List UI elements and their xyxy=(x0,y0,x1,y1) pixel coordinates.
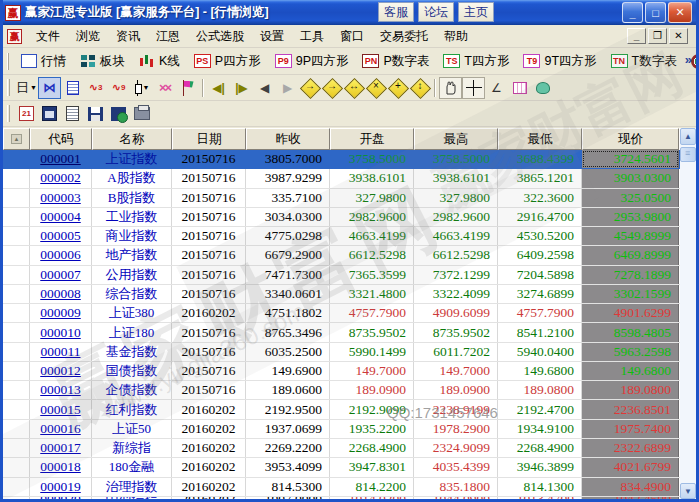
menu-item[interactable]: 公式选股 xyxy=(188,26,252,47)
cell-code[interactable]: 000006 xyxy=(30,246,92,264)
table-row[interactable]: 000013企债指数20150716189.0600189.0900189.09… xyxy=(3,381,680,400)
menu-item[interactable]: 资讯 xyxy=(108,26,148,47)
header-date[interactable]: 日期 xyxy=(172,128,246,150)
cell-name[interactable]: 企债指数 xyxy=(92,381,172,399)
cell-code[interactable]: 000002 xyxy=(30,169,92,187)
menu-item[interactable]: 江恩 xyxy=(148,26,188,47)
view-toolbar-item[interactable]: T99T四方形 xyxy=(516,51,603,72)
table-row[interactable]: 000003B股指数20150716335.7100327.9800327.98… xyxy=(3,189,680,208)
table-row[interactable]: 000016上证50201602021937.06991935.22001978… xyxy=(3,420,680,439)
table-row[interactable]: 000004工业指数201507163034.03002982.96002982… xyxy=(3,208,680,227)
export-button[interactable] xyxy=(107,103,130,125)
header-name[interactable]: 名称 xyxy=(92,128,172,150)
table-row[interactable]: 000017新综指201602022269.22002268.49002324.… xyxy=(3,439,680,458)
table-row[interactable]: 000012国债指数20150716149.6900149.7000149.70… xyxy=(3,362,680,381)
cell-name[interactable]: 商业指数 xyxy=(92,227,172,245)
cell-code[interactable]: 000001 xyxy=(30,150,92,168)
table-row[interactable]: 000005商业指数201507164775.02984663.41994663… xyxy=(3,227,680,246)
candle-style-button[interactable]: ▼ xyxy=(130,77,153,99)
close-button[interactable]: ✕ xyxy=(668,2,692,23)
table-row[interactable]: 000001上证指数201507163805.70003758.50003758… xyxy=(3,150,680,169)
scroll-up-button[interactable]: ▲ xyxy=(680,128,696,145)
table-row[interactable]: 000002A股指数201507163987.92993938.61013938… xyxy=(3,169,680,188)
cell-code[interactable]: 000016 xyxy=(30,420,92,438)
go-first-button[interactable]: ◀| xyxy=(207,77,230,99)
info-document-button[interactable] xyxy=(61,77,84,99)
cell-name[interactable]: 工业指数 xyxy=(92,208,172,226)
cell-name[interactable]: 基金指数 xyxy=(92,343,172,361)
period-day-button[interactable]: 日 ▼ xyxy=(15,77,38,99)
cell-name[interactable]: A股指数 xyxy=(92,169,172,187)
go-prev-button[interactable]: ◀ xyxy=(253,77,276,99)
view-toolbar-item[interactable]: P99P四方形 xyxy=(268,51,356,72)
go-next-button[interactable]: ▶ xyxy=(276,77,299,99)
cell-name[interactable]: 新综指 xyxy=(92,439,172,457)
cell-code[interactable]: 000011 xyxy=(30,343,92,361)
cell-code[interactable]: 000013 xyxy=(30,381,92,399)
header-high[interactable]: 最高 xyxy=(414,128,498,150)
wave-9-button[interactable]: ∿ 9 xyxy=(107,77,130,99)
cell-name[interactable]: 公用指数 xyxy=(92,266,172,284)
table-row[interactable]: 000006地产指数201507166679.29006612.52986612… xyxy=(3,246,680,265)
layout-mode-button[interactable]: ⋈ xyxy=(38,77,61,99)
header-open[interactable]: 开盘 xyxy=(330,128,414,150)
calendar-button[interactable]: 21 xyxy=(15,103,38,125)
cell-name[interactable]: B股指数 xyxy=(92,189,172,207)
menu-item[interactable]: 帮助 xyxy=(436,26,476,47)
header-price[interactable]: 现价 xyxy=(582,128,679,150)
gann-cross-button[interactable]: × xyxy=(365,77,387,99)
view-toolbar-item[interactable]: PSP四方形 xyxy=(187,51,268,72)
crosshair-tool-button[interactable] xyxy=(462,77,485,99)
cell-name[interactable]: 上证指数 xyxy=(92,150,172,168)
gann-arrow-right-button[interactable]: → xyxy=(299,77,321,99)
scroll-down-button[interactable]: ▼ xyxy=(680,483,696,499)
cell-code[interactable]: 000018 xyxy=(30,458,92,476)
print-button[interactable] xyxy=(130,103,153,125)
cell-name[interactable]: 综合指数 xyxy=(92,285,172,303)
view-toolbar-item[interactable]: 板块 xyxy=(73,51,132,72)
cell-code[interactable]: 000012 xyxy=(30,362,92,380)
maximize-button[interactable]: □ xyxy=(645,2,666,23)
toolbar-grip[interactable] xyxy=(7,79,10,96)
menu-item[interactable]: 浏览 xyxy=(68,26,108,47)
toolbar-grip[interactable] xyxy=(7,105,10,122)
toolbar-overflow-chevron[interactable]: » xyxy=(685,52,692,67)
toolbar-grip[interactable] xyxy=(7,53,9,70)
flag-marker-button[interactable] xyxy=(176,77,199,99)
angle-tool-button[interactable]: ∠ xyxy=(485,77,508,99)
mdi-restore-button[interactable]: ❐ xyxy=(648,28,667,44)
menu-item[interactable]: 设置 xyxy=(252,26,292,47)
cell-name[interactable]: 国债指数 xyxy=(92,362,172,380)
table-row[interactable]: 000020中型综指201602021007.00001014.02001044… xyxy=(3,497,680,499)
forum-button[interactable]: 论坛 xyxy=(418,2,454,22)
view-toolbar-item[interactable]: TST四方形 xyxy=(436,51,516,72)
homepage-button[interactable]: 主页 xyxy=(458,2,494,22)
cell-code[interactable]: 000009 xyxy=(30,304,92,322)
header-prev-close[interactable]: 昨收 xyxy=(246,128,330,150)
go-last-button[interactable]: |▶ xyxy=(230,77,253,99)
cell-code[interactable]: 000015 xyxy=(30,400,92,418)
menu-item[interactable]: 文件 xyxy=(28,26,68,47)
customer-service-button[interactable]: 客服 xyxy=(378,2,414,22)
gann-vertical-button[interactable]: ↕ xyxy=(409,77,431,99)
view-toolbar-item[interactable]: PNP数字表 xyxy=(355,51,436,72)
wave-3-button[interactable]: ∿ 3 xyxy=(84,77,107,99)
hand-tool-button[interactable] xyxy=(439,77,462,99)
scrollbar-thumb[interactable] xyxy=(680,147,696,162)
cell-code[interactable]: 000008 xyxy=(30,285,92,303)
mdi-close-button[interactable]: ✕ xyxy=(669,28,688,44)
minimize-button[interactable]: _ xyxy=(622,2,643,23)
sort-header-cell[interactable]: ▲ xyxy=(3,128,30,150)
header-low[interactable]: 最低 xyxy=(498,128,582,150)
cell-code[interactable]: 000019 xyxy=(30,478,92,496)
vertical-scrollbar[interactable]: ▲ ▼ xyxy=(680,128,696,499)
cell-name[interactable]: 180金融 xyxy=(92,458,172,476)
gann-plus-button[interactable]: + xyxy=(387,77,409,99)
menu-item[interactable]: 窗口 xyxy=(332,26,372,47)
cell-code[interactable]: 000003 xyxy=(30,189,92,207)
pink-grid-tool-button[interactable] xyxy=(508,77,531,99)
view-toolbar-item[interactable]: TNT数字表 xyxy=(604,51,684,72)
gann-arrow-right2-button[interactable]: → xyxy=(321,77,343,99)
table-row[interactable]: 000010上证180201507168765.34968735.9502873… xyxy=(3,323,680,342)
cell-code[interactable]: 000007 xyxy=(30,266,92,284)
